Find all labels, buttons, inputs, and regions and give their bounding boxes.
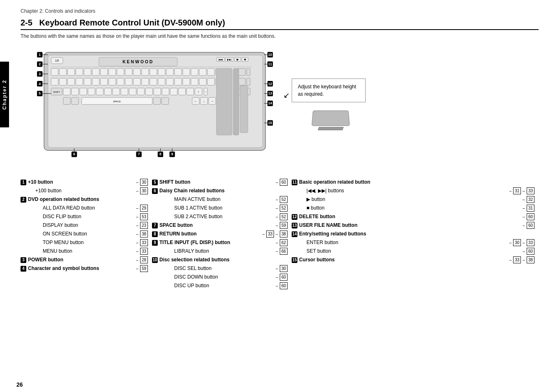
svg-rect-81 <box>187 88 193 95</box>
list-item: DISC FLIP button –53 <box>21 213 148 220</box>
item-label: ENTER button <box>299 239 507 246</box>
svg-text:|◀◀: |◀◀ <box>218 58 223 61</box>
col-3: 11 Basic operation related button |◀◀, ▶… <box>292 178 539 291</box>
page-ref: –33 <box>135 248 148 255</box>
page-container: Chapter 2 Chapter 2: Controls and indica… <box>0 0 555 392</box>
page-ref: –30 –33 <box>509 239 534 246</box>
svg-text:6: 6 <box>73 152 75 156</box>
svg-rect-28 <box>158 69 165 76</box>
svg-rect-31 <box>183 69 190 76</box>
list-item: ▶ button –32 <box>292 196 534 203</box>
page-ref: –31 –33 <box>509 187 534 194</box>
svg-text:12: 12 <box>268 82 272 86</box>
content-area: 1 +10 button –30 +100 button –30 2 DVD o… <box>21 178 539 291</box>
item-badge: 1 <box>21 180 26 185</box>
svg-rect-18 <box>76 69 83 76</box>
svg-rect-41 <box>59 78 66 85</box>
page-ref: –52 <box>275 213 288 220</box>
list-item: |◀◀, ▶▶| buttons –31 –33 <box>292 187 534 194</box>
keyboard-diagram-wrapper: KENWOOD 1/5 |◀◀ ▶▶| ▶ ■ <box>21 46 370 170</box>
svg-rect-30 <box>175 69 182 76</box>
item-label: ON SCREEN button <box>28 230 134 238</box>
list-item: LIBRALY button –66 <box>152 247 288 255</box>
item-label: SPACE button <box>159 221 273 229</box>
page-ref: –59 <box>275 222 288 229</box>
page-ref: –33 –38 <box>262 231 288 238</box>
svg-rect-75 <box>137 88 144 95</box>
svg-rect-33 <box>199 69 206 76</box>
page-ref: –52 <box>275 205 288 212</box>
list-item: 4 Character and symbol buttons –59 <box>21 265 148 272</box>
page-ref: –60 <box>275 274 288 281</box>
page-ref: –31 <box>522 205 534 212</box>
svg-text:13: 13 <box>268 91 272 95</box>
item-label: Basic operation related button <box>299 178 534 186</box>
svg-rect-38 <box>246 69 250 76</box>
item-badge: 13 <box>292 223 297 228</box>
page-ref: –53 <box>135 213 148 220</box>
svg-rect-59 <box>207 78 214 85</box>
list-item: 15 Cursor buttons –33 –38 <box>292 256 534 263</box>
svg-text:SPACE: SPACE <box>113 100 121 103</box>
item-label: +100 button <box>28 187 134 194</box>
adjust-note-container: ↙ Adjust the keyboard height as required… <box>292 78 370 130</box>
svg-rect-67 <box>71 88 78 95</box>
list-item: DISPLAY button –23 <box>21 221 148 229</box>
page-ref: –30 <box>135 187 148 194</box>
item-label: LIBRALY button <box>159 247 273 255</box>
svg-rect-53 <box>158 78 165 85</box>
svg-text:8: 8 <box>159 152 161 156</box>
item-label: SUB 1 ACTIVE button <box>159 204 273 212</box>
daisy-chain-buttons-label: Daisy Chain related buttons <box>159 187 288 194</box>
page-ref: –60 <box>275 282 288 289</box>
svg-rect-74 <box>129 88 136 95</box>
svg-text:14: 14 <box>268 101 272 105</box>
page-ref: –30 <box>135 179 148 186</box>
item-label: DISC FLIP button <box>28 213 134 220</box>
item-label: DVD operation related buttons <box>28 196 148 203</box>
col-1: 1 +10 button –30 +100 button –30 2 DVD o… <box>21 178 152 291</box>
item-label: ALL DATA READ button <box>28 204 134 212</box>
svg-rect-78 <box>162 88 169 95</box>
list-item: 11 Basic operation related button <box>292 178 534 186</box>
item-label: DISC DOWN button <box>159 273 273 281</box>
svg-rect-21 <box>101 69 108 76</box>
chapter-label: Chapter 2 <box>2 79 7 109</box>
item-label: Cursor buttons <box>299 256 507 263</box>
item-label: |◀◀, ▶▶| buttons <box>299 187 507 194</box>
section-heading: Keyboard Remote Control Unit (DV-5900M o… <box>39 18 225 27</box>
svg-text:■: ■ <box>244 58 246 61</box>
item-label: DISC UP button <box>159 282 273 289</box>
svg-rect-40 <box>51 78 58 85</box>
sub2-active-button-label: SUB 2 ACTIVE button <box>159 213 273 220</box>
svg-text:1/5: 1/5 <box>55 59 59 62</box>
svg-rect-72 <box>113 88 120 95</box>
svg-rect-16 <box>59 69 66 76</box>
page-ref: –52 <box>275 196 288 203</box>
item-badge: 15 <box>292 257 297 263</box>
item-label: SET button <box>299 247 520 255</box>
svg-rect-19 <box>84 69 91 76</box>
svg-text:KENWOOD: KENWOOD <box>122 60 154 64</box>
item-badge: 3 <box>21 257 26 263</box>
section-number: 2-5 <box>21 18 32 27</box>
svg-rect-79 <box>170 88 177 95</box>
item-label: TITLE INPUT (FL DISP.) button <box>159 239 273 246</box>
item-badge: 10 <box>152 257 158 263</box>
svg-text:▶▶|: ▶▶| <box>227 58 232 61</box>
svg-rect-76 <box>145 88 152 95</box>
svg-rect-77 <box>154 88 161 95</box>
item-badge: 6 <box>152 188 158 194</box>
character-and-symbol-buttons-label: Character and symbol buttons <box>28 265 134 272</box>
item-label: DELETE button <box>299 213 520 220</box>
svg-rect-22 <box>109 69 116 76</box>
svg-rect-63 <box>246 78 250 85</box>
item-badge: 11 <box>292 180 297 185</box>
svg-text:3: 3 <box>39 72 41 76</box>
list-item: DISC SEL button –30 <box>152 265 288 272</box>
svg-rect-27 <box>150 69 157 76</box>
list-item: 13 USER FILE NAME button –60 <box>292 221 534 229</box>
list-item: 1 +10 button –30 <box>21 178 148 186</box>
page-ref: –33 –38 <box>509 256 534 263</box>
svg-rect-24 <box>125 69 132 76</box>
